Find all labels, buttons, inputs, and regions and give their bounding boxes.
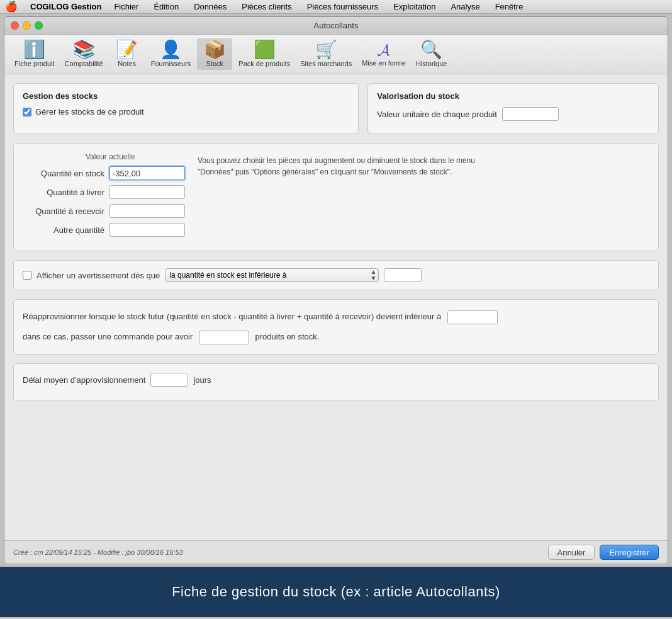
qte-recevoir-row: Quantité à recevoir xyxy=(23,204,185,218)
warning-select-wrapper: la quantité en stock est inférieure à la… xyxy=(165,268,379,282)
menu-donnees[interactable]: Données xyxy=(191,1,229,12)
toolbar-fiche-produit[interactable]: ℹ️ Fiche produit xyxy=(11,38,59,70)
window-title: Autocollants xyxy=(314,21,359,30)
window-controls xyxy=(11,21,43,30)
caption-bar: Fiche de gestion du stock (ex : article … xyxy=(0,567,672,617)
toolbar-notes[interactable]: 📝 Notes xyxy=(109,38,145,70)
search-icon: 🔍 xyxy=(420,41,442,59)
reorder-text-middle: dans ce cas, passer une commande pour av… xyxy=(23,332,193,341)
maximize-button[interactable] xyxy=(35,21,43,30)
valorisation-stock-section: Valorisation du stock Valeur unitaire de… xyxy=(367,83,659,134)
toolbar-sites-marchands[interactable]: 🛒 Sites marchands xyxy=(296,38,356,70)
person-icon: 👤 xyxy=(160,41,182,59)
toolbar-stock[interactable]: 📦 Stock xyxy=(197,38,232,70)
menubar: 🍎 COGILOG Gestion Fichier Édition Donnée… xyxy=(0,0,672,14)
toolbar-label-comptabilite: Comptabilité xyxy=(65,60,103,67)
toolbar-label-notes: Notes xyxy=(118,60,136,67)
warning-threshold-input[interactable] xyxy=(384,268,422,282)
toolbar-label-fiche-produit: Fiche produit xyxy=(14,60,55,67)
qte-livrer-input[interactable] xyxy=(109,185,185,199)
gerer-stocks-checkbox[interactable] xyxy=(23,108,31,116)
delivery-label: Délai moyen d'approvisionnement xyxy=(23,375,145,385)
autre-qte-input[interactable] xyxy=(109,223,185,237)
reorder-threshold-input[interactable] xyxy=(447,310,498,324)
save-button[interactable]: Enregistrer xyxy=(600,545,659,560)
reorder-text-row1: Réapprovisionner lorsque le stock futur … xyxy=(23,309,649,325)
reorder-text-before: Réapprovisionner lorsque le stock futur … xyxy=(23,312,441,321)
qte-stock-input[interactable] xyxy=(109,166,185,180)
main-window: Autocollants ℹ️ Fiche produit 📚 Comptabi… xyxy=(4,16,668,564)
top-sections: Gestion des stocks Gérer les stocks de c… xyxy=(13,83,659,134)
valeur-unitaire-row: Valeur unitaire de chaque produit xyxy=(377,107,649,121)
menu-fichier[interactable]: Fichier xyxy=(111,1,141,12)
qte-livrer-row: Quantité à livrer xyxy=(23,185,185,199)
pack-icon: 🟩 xyxy=(254,41,276,59)
toolbar-mise-en-forme[interactable]: 𝓐 Mise en forme xyxy=(358,39,410,69)
info-icon: ℹ️ xyxy=(23,41,45,59)
books-icon: 📚 xyxy=(73,41,95,59)
apple-menu[interactable]: 🍎 xyxy=(5,1,18,13)
qte-livrer-label: Quantité à livrer xyxy=(23,188,104,197)
caption-text: Fiche de gestion du stock (ex : article … xyxy=(172,584,500,600)
menu-pieces-clients[interactable]: Pièces clients xyxy=(239,1,294,12)
toolbar-pack-produits[interactable]: 🟩 Pack de produits xyxy=(235,38,294,70)
warning-label: Afficher un avertissement dès que xyxy=(36,271,160,280)
valeur-unitaire-input[interactable] xyxy=(502,107,559,121)
menu-exploitation[interactable]: Exploitation xyxy=(391,1,438,12)
window-footer: Créé : cm 22/09/14 15:25 - Modifié : jbo… xyxy=(4,540,668,564)
delivery-section: Délai moyen d'approvisionnement jours xyxy=(13,363,659,401)
toolbar-historique[interactable]: 🔍 Historique xyxy=(412,38,451,70)
font-icon: 𝓐 xyxy=(378,42,390,58)
autre-qte-label: Autre quantité xyxy=(23,225,104,235)
toolbar-label-historique: Historique xyxy=(416,60,447,67)
minimize-button[interactable] xyxy=(23,21,31,30)
qte-recevoir-input[interactable] xyxy=(109,204,185,218)
qte-stock-label: Quantité en stock xyxy=(23,169,104,178)
toolbar: ℹ️ Fiche produit 📚 Comptabilité 📝 Notes … xyxy=(4,35,668,74)
toolbar-label-sites: Sites marchands xyxy=(300,60,352,67)
menu-fenetre[interactable]: Fenêtre xyxy=(493,1,526,12)
menu-pieces-fournisseurs[interactable]: Pièces fournisseurs xyxy=(305,1,381,12)
autre-qte-row: Autre quantité xyxy=(23,223,185,237)
toolbar-comptabilite[interactable]: 📚 Comptabilité xyxy=(61,38,107,70)
menu-edition[interactable]: Édition xyxy=(151,1,181,12)
reorder-text-row2: dans ce cas, passer une commande pour av… xyxy=(23,329,649,345)
valeur-unitaire-label: Valeur unitaire de chaque produit xyxy=(377,110,497,119)
footer-meta: Créé : cm 22/09/14 15:25 - Modifié : jbo… xyxy=(13,548,183,556)
delivery-input[interactable] xyxy=(150,373,188,387)
warning-checkbox[interactable] xyxy=(23,271,31,280)
footer-buttons: Annuler Enregistrer xyxy=(548,545,659,560)
valorisation-stock-title: Valorisation du stock xyxy=(377,91,649,101)
menu-analyse[interactable]: Analyse xyxy=(448,1,482,12)
delivery-row: Délai moyen d'approvisionnement jours xyxy=(23,373,649,387)
gestion-stocks-title: Gestion des stocks xyxy=(23,91,349,101)
close-button[interactable] xyxy=(11,21,19,30)
cart-icon: 🛒 xyxy=(315,41,337,59)
stock-fields: Valeur actuelle Quantité en stock Quanti… xyxy=(23,152,185,242)
toolbar-label-pack: Pack de produits xyxy=(238,60,290,67)
reorder-qty-input[interactable] xyxy=(199,331,249,344)
stock-info-text: Vous pouvez choisir les pièces qui augme… xyxy=(198,152,512,178)
titlebar: Autocollants xyxy=(4,17,668,35)
gerer-stocks-label: Gérer les stocks de ce produit xyxy=(35,107,144,116)
toolbar-fournisseurs[interactable]: 👤 Fournisseurs xyxy=(147,38,195,70)
gestion-stocks-section: Gestion des stocks Gérer les stocks de c… xyxy=(13,83,359,134)
toolbar-label-stock: Stock xyxy=(206,60,224,67)
qte-recevoir-label: Quantité à recevoir xyxy=(23,207,104,216)
main-content: Gestion des stocks Gérer les stocks de c… xyxy=(4,74,668,540)
toolbar-label-mise-en-forme: Mise en forme xyxy=(362,59,406,67)
quantite-section: Valeur actuelle Quantité en stock Quanti… xyxy=(13,143,659,251)
valeur-actuelle-header: Valeur actuelle xyxy=(86,152,185,161)
reorder-section: Réapprovisionner lorsque le stock futur … xyxy=(13,299,659,355)
toolbar-label-fournisseurs: Fournisseurs xyxy=(151,60,191,67)
qte-stock-row: Quantité en stock xyxy=(23,166,185,180)
warning-dropdown[interactable]: la quantité en stock est inférieure à la… xyxy=(165,268,379,282)
box-icon: 📦 xyxy=(204,41,226,59)
notes-icon: 📝 xyxy=(116,41,138,59)
warning-section: Afficher un avertissement dès que la qua… xyxy=(13,260,659,290)
gerer-stocks-row: Gérer les stocks de ce produit xyxy=(23,107,349,116)
reorder-text-after: produits en stock. xyxy=(255,332,320,341)
delivery-unit: jours xyxy=(193,375,211,385)
cancel-button[interactable]: Annuler xyxy=(548,545,595,560)
stock-inner: Valeur actuelle Quantité en stock Quanti… xyxy=(23,152,649,242)
